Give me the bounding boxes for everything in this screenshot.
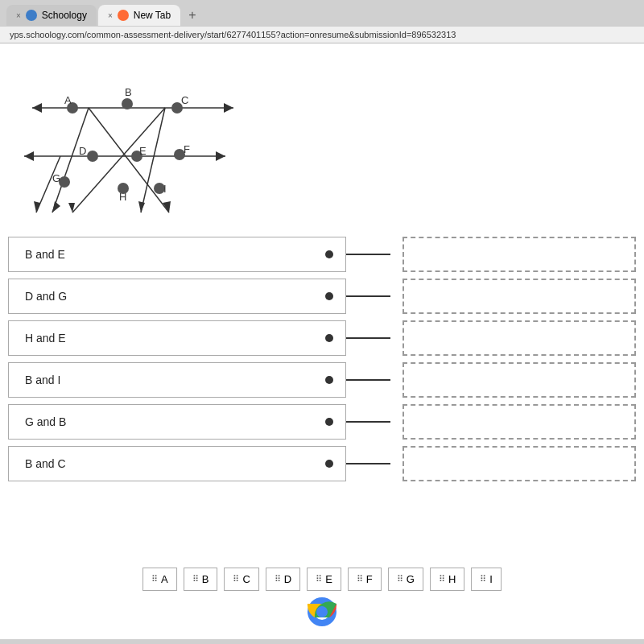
svg-text:C: C	[181, 94, 188, 106]
choice-label-F: F	[366, 573, 373, 585]
svg-text:F: F	[184, 143, 190, 155]
choice-B[interactable]: ⠿ B	[184, 568, 218, 591]
svg-line-8	[141, 108, 165, 213]
drop-zone-3[interactable]	[402, 362, 636, 398]
page-content: A B C D E F G H I	[0, 43, 644, 639]
svg-marker-11	[163, 201, 171, 213]
right-column	[402, 237, 636, 481]
choice-label-B: B	[202, 573, 209, 585]
svg-text:A: A	[64, 94, 72, 106]
answer-box-3[interactable]: B and I	[8, 362, 346, 398]
choice-label-H: H	[448, 573, 456, 585]
tab-schoology-label: Schoology	[42, 10, 87, 21]
drop-zone-4[interactable]	[402, 404, 636, 440]
choice-label-C: C	[242, 573, 250, 585]
svg-point-36	[316, 606, 328, 617]
answer-box-4[interactable]: G and B	[8, 404, 346, 440]
svg-text:H: H	[119, 191, 126, 203]
geometry-diagram: A B C D E F G H I	[8, 52, 258, 229]
h-line-4	[346, 421, 390, 423]
connector-3	[346, 362, 402, 398]
connector-5	[346, 446, 402, 481]
drop-zone-2[interactable]	[402, 320, 636, 356]
newtab-icon	[118, 10, 129, 21]
chrome-icon	[306, 596, 338, 628]
answer-box-2[interactable]: H and E	[8, 320, 346, 356]
dots-icon-B: ⠿	[192, 574, 199, 584]
choice-G[interactable]: ⠿ G	[388, 568, 423, 591]
tab-close-schoology[interactable]: ×	[16, 11, 21, 20]
dots-icon-G: ⠿	[397, 574, 403, 584]
svg-text:B: B	[125, 86, 132, 98]
connector-dot-0	[325, 250, 333, 258]
address-bar[interactable]: yps.schoology.com/common-assessment-deli…	[0, 26, 644, 43]
h-line-0	[346, 254, 390, 255]
answer-label-1: D and G	[25, 290, 67, 303]
drop-zone-5[interactable]	[402, 446, 636, 481]
connector-area	[346, 237, 402, 481]
drop-zone-0[interactable]	[402, 237, 636, 272]
tab-newtab-label: New Tab	[134, 10, 171, 21]
choice-H[interactable]: ⠿ H	[430, 568, 464, 591]
matching-container: B and E D and G H and E B and I G and B	[8, 237, 636, 481]
add-tab-button[interactable]: +	[182, 5, 202, 26]
diagram-area: A B C D E F G H I	[8, 52, 258, 229]
svg-marker-4	[24, 151, 34, 161]
dots-icon-I: ⠿	[480, 574, 486, 584]
h-line-2	[346, 337, 390, 339]
dots-icon-A: ⠿	[151, 574, 158, 584]
tab-newtab[interactable]: × New Tab	[98, 5, 180, 26]
svg-marker-5	[216, 151, 225, 161]
chrome-icon-area	[306, 596, 338, 631]
svg-marker-1	[32, 103, 42, 113]
dots-icon-H: ⠿	[439, 574, 445, 584]
address-text: yps.schoology.com/common-assessment-deli…	[10, 30, 456, 39]
connector-4	[346, 404, 402, 440]
h-line-3	[346, 379, 390, 381]
connector-0	[346, 237, 402, 272]
svg-marker-2	[224, 103, 233, 113]
answer-label-3: B and I	[25, 374, 60, 386]
answer-label-4: G and B	[25, 415, 66, 428]
svg-text:I: I	[163, 183, 167, 195]
answer-box-5[interactable]: B and C	[8, 446, 346, 481]
dots-icon-F: ⠿	[357, 574, 363, 584]
connector-dot-1	[325, 292, 333, 300]
svg-line-6	[52, 108, 89, 213]
svg-point-22	[87, 151, 98, 162]
choice-A[interactable]: ⠿ A	[142, 568, 177, 591]
left-column: B and E D and G H and E B and I G and B	[8, 237, 346, 481]
svg-marker-7	[52, 201, 60, 213]
choice-I[interactable]: ⠿ I	[471, 568, 502, 591]
browser-chrome: × Schoology × New Tab + yps.schoology.co…	[0, 0, 644, 43]
tab-close-newtab[interactable]: ×	[108, 11, 113, 20]
connector-dot-3	[325, 376, 333, 384]
connector-dot-4	[325, 418, 333, 426]
answer-box-1[interactable]: D and G	[8, 279, 346, 314]
schoology-icon	[26, 10, 37, 21]
choice-F[interactable]: ⠿ F	[348, 568, 382, 591]
dots-icon-D: ⠿	[275, 574, 281, 584]
svg-text:G: G	[52, 172, 60, 184]
dots-icon-E: ⠿	[316, 574, 322, 584]
choice-label-D: D	[284, 573, 291, 585]
connector-dot-5	[325, 460, 333, 468]
answer-label-5: B and C	[25, 457, 66, 470]
choice-label-E: E	[325, 573, 332, 585]
choice-C[interactable]: ⠿ C	[224, 568, 258, 591]
tab-bar: × Schoology × New Tab +	[0, 0, 644, 26]
answer-box-0[interactable]: B and E	[8, 237, 346, 272]
choice-label-I: I	[489, 573, 493, 585]
tab-schoology[interactable]: × Schoology	[6, 5, 97, 26]
answer-label-2: H and E	[25, 332, 66, 345]
answer-label-0: B and E	[25, 248, 65, 261]
drop-zone-1[interactable]	[402, 279, 636, 314]
connector-2	[346, 320, 402, 356]
connector-1	[346, 279, 402, 314]
dots-icon-C: ⠿	[233, 574, 239, 584]
choice-label-G: G	[407, 573, 415, 585]
h-line-1	[346, 295, 390, 297]
choice-D[interactable]: ⠿ D	[266, 568, 300, 591]
answer-choices: ⠿ A ⠿ B ⠿ C ⠿ D ⠿ E ⠿ F ⠿ G ⠿ H	[142, 568, 502, 591]
choice-E[interactable]: ⠿ E	[307, 568, 341, 591]
